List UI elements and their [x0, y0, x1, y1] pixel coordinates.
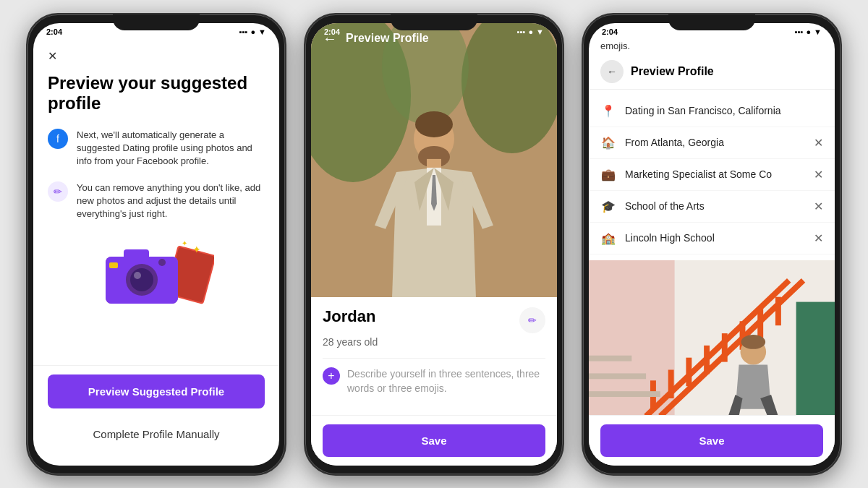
info-text-facebook: Next, we'll automatically generate a sug…: [77, 129, 265, 168]
detail-row-location: 📍 Dating in San Francisco, California: [589, 95, 835, 127]
complete-profile-manually-button[interactable]: Complete Profile Manually: [48, 417, 265, 451]
phone-2-content-area: ← Preview Profile 2:04 ▪▪▪ ● ▼: [311, 23, 557, 466]
home-icon: 🏠: [600, 136, 616, 150]
info-text-edit: You can remove anything you don't like, …: [77, 181, 265, 221]
remove-work-button[interactable]: ✕: [814, 168, 823, 181]
battery-icon-2: ▼: [536, 27, 544, 36]
phone-3-notch: [668, 14, 755, 30]
phone-3-screen: 2:04 ▪▪▪ ● ▼ emojis. ← P: [589, 23, 835, 466]
detail-text-school-of-arts: School of the Arts: [625, 200, 805, 212]
preview-suggested-profile-button[interactable]: Preview Suggested Profile: [48, 374, 265, 408]
back-arrow-icon-3: ←: [607, 66, 617, 77]
details-list: 📍 Dating in San Francisco, California 🏠 …: [589, 90, 835, 260]
status-bar-2: 2:04 ▪▪▪ ● ▼: [311, 23, 557, 38]
status-icons-1: ▪▪▪ ● ▼: [239, 27, 266, 36]
phone-1-screen: 2:04 ▪▪▪ ● ▼ ✕ Preview your suggested pr…: [33, 23, 279, 466]
back-button-phone3[interactable]: ←: [600, 60, 624, 83]
detail-row-work: 💼 Marketing Specialist at Some Co ✕: [589, 159, 835, 191]
phone-1-notch: [113, 14, 200, 30]
save-button-phone2[interactable]: Save: [323, 424, 545, 457]
save-btn-container-2: Save: [311, 415, 557, 466]
status-time-2: 2:04: [324, 27, 340, 36]
detail-text-work: Marketing Specialist at Some Co: [625, 168, 805, 180]
detail-row-school-of-arts: 🎓 School of the Arts ✕: [589, 191, 835, 223]
bio-placeholder-text: Describe yourself in three sentences, th…: [347, 367, 545, 395]
svg-point-7: [134, 272, 141, 279]
profile-photo-background: [311, 23, 557, 298]
signal-icon-3: ▪▪▪: [795, 27, 804, 36]
phone-1-bottom-actions: Preview Suggested Profile Complete Profi…: [33, 365, 279, 466]
staircase-svg: [589, 260, 835, 415]
profile-photo-container: ← Preview Profile 2:04 ▪▪▪ ● ▼: [311, 23, 557, 298]
signal-icon-2: ▪▪▪: [517, 27, 526, 36]
svg-rect-36: [589, 355, 631, 361]
wifi-icon-1: ●: [250, 27, 255, 36]
profile-name-row: Jordan ✏: [323, 307, 545, 333]
phone-3-content-area: 2:04 ▪▪▪ ● ▼ emojis. ← P: [589, 23, 835, 466]
location-icon: 📍: [600, 104, 616, 118]
svg-rect-34: [589, 391, 660, 397]
phone-3-shell: 2:04 ▪▪▪ ● ▼ emojis. ← P: [582, 13, 842, 476]
work-icon: 💼: [600, 168, 616, 181]
edit-profile-button[interactable]: ✏: [519, 307, 545, 333]
profile-photo-svg: [311, 23, 557, 298]
svg-rect-39: [796, 301, 835, 414]
preview-title: Preview your suggested profile: [48, 73, 265, 115]
phone-1-shell: 2:04 ▪▪▪ ● ▼ ✕ Preview your suggested pr…: [26, 13, 286, 476]
svg-text:✦: ✦: [182, 239, 187, 247]
phone-2: ← Preview Profile 2:04 ▪▪▪ ● ▼: [304, 13, 564, 476]
svg-point-19: [415, 111, 453, 137]
profile-name: Jordan: [323, 307, 375, 326]
facebook-icon: f: [48, 129, 68, 149]
signal-icon-1: ▪▪▪: [239, 27, 248, 36]
battery-icon-1: ▼: [258, 27, 266, 36]
status-icons-3: ▪▪▪ ● ▼: [795, 27, 822, 36]
bio-placeholder[interactable]: + Describe yourself in three sentences, …: [323, 358, 545, 404]
wifi-icon-3: ●: [806, 27, 811, 36]
remove-school-arts-button[interactable]: ✕: [814, 200, 823, 213]
phone3-header-bar: ← Preview Profile: [589, 54, 835, 90]
edit-pencil-icon: ✏: [528, 314, 537, 326]
camera-svg: ✦ ✦: [98, 235, 214, 307]
header-title-phone3: Preview Profile: [631, 65, 714, 78]
svg-rect-35: [589, 373, 646, 379]
info-item-facebook: f Next, we'll automatically generate a s…: [48, 129, 265, 168]
partial-bio-text: emojis.: [589, 38, 835, 54]
svg-text:✦: ✦: [192, 244, 201, 255]
staircase-photo-area: [589, 260, 835, 415]
school-arts-icon: 🎓: [600, 200, 616, 213]
save-button-phone3[interactable]: Save: [600, 424, 823, 457]
close-button[interactable]: ✕: [48, 49, 265, 63]
status-time-1: 2:04: [46, 27, 62, 36]
profile-info-section: Jordan ✏ 28 years old + Describe yoursel…: [311, 297, 557, 414]
phone-2-screen: ← Preview Profile 2:04 ▪▪▪ ● ▼: [311, 23, 557, 466]
remove-from-button[interactable]: ✕: [814, 136, 823, 150]
svg-point-9: [158, 259, 166, 266]
phone-1-main-content: ✕ Preview your suggested profile f Next,…: [33, 38, 279, 365]
phone-2-shell: ← Preview Profile 2:04 ▪▪▪ ● ▼: [304, 13, 564, 476]
detail-text-lincoln: Lincoln High School: [625, 232, 805, 244]
svg-rect-4: [124, 249, 149, 262]
detail-row-from: 🏠 From Atlanta, Georgia ✕: [589, 127, 835, 159]
phone-1-content-area: 2:04 ▪▪▪ ● ▼ ✕ Preview your suggested pr…: [33, 23, 279, 466]
svg-point-38: [741, 335, 766, 349]
battery-icon-3: ▼: [814, 27, 822, 36]
status-time-3: 2:04: [602, 27, 618, 36]
svg-point-6: [130, 268, 153, 291]
lincoln-school-icon: 🏫: [600, 231, 616, 245]
camera-illustration: ✦ ✦: [48, 235, 265, 307]
phones-container: 2:04 ▪▪▪ ● ▼ ✕ Preview your suggested pr…: [0, 0, 868, 488]
save-btn-container-3: Save: [589, 415, 835, 466]
wifi-icon-2: ●: [528, 27, 533, 36]
detail-row-lincoln: 🏫 Lincoln High School ✕: [589, 223, 835, 254]
info-item-edit: ✏ You can remove anything you don't like…: [48, 181, 265, 221]
phone-3: 2:04 ▪▪▪ ● ▼ emojis. ← P: [582, 13, 842, 476]
status-icons-2: ▪▪▪ ● ▼: [517, 27, 544, 36]
add-bio-icon: +: [323, 367, 340, 385]
profile-age: 28 years old: [323, 336, 545, 348]
remove-lincoln-button[interactable]: ✕: [814, 231, 823, 245]
detail-text-from: From Atlanta, Georgia: [625, 137, 805, 148]
svg-rect-8: [109, 262, 118, 268]
phone-1: 2:04 ▪▪▪ ● ▼ ✕ Preview your suggested pr…: [26, 13, 286, 476]
detail-text-location: Dating in San Francisco, California: [625, 105, 823, 116]
